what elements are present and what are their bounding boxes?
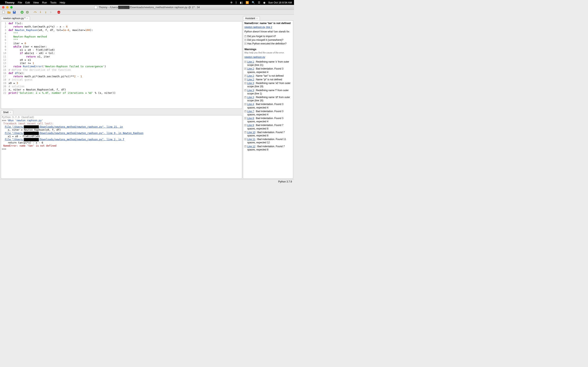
shell-tab[interactable]: Shell ×: [1, 110, 13, 114]
menu-edit[interactable]: Edit: [25, 1, 30, 4]
code-content[interactable]: def f(x): return math.tan(math.pi*x) - x…: [8, 21, 116, 95]
svg-text:STOP: STOP: [57, 12, 60, 13]
menu-view[interactable]: View: [33, 1, 39, 4]
warning-line-link[interactable]: Line 7: [247, 110, 254, 113]
warning-message: : Name "tan" is not defined: [254, 75, 284, 77]
battery-icon[interactable]: ▮▯: [240, 1, 243, 4]
resume-button[interactable]: [49, 10, 53, 14]
menu-help[interactable]: Help: [60, 1, 65, 4]
warning-message: : Redefining name 'x0' from outer scope …: [247, 82, 291, 88]
save-file-button[interactable]: [12, 10, 16, 14]
wifi-icon[interactable]: 🛜: [246, 1, 249, 4]
expand-icon[interactable]: +: [244, 35, 246, 37]
statusbar: Python 3.7.9: [0, 179, 294, 184]
hint-text: Did you forget to import it?: [247, 35, 276, 38]
debug-button[interactable]: [25, 10, 29, 14]
warning-line-link[interactable]: Line 2: [247, 75, 254, 77]
macos-menubar: Thonny File Edit View Run Tools Help ✲ ᛒ…: [0, 0, 294, 5]
expand-icon[interactable]: +: [244, 82, 246, 84]
line-number-gutter: 12345678910111213141516171819202122: [1, 21, 8, 95]
new-file-button[interactable]: [2, 10, 6, 14]
shell-tab-label: Shell: [3, 111, 9, 114]
expand-icon[interactable]: +: [244, 110, 246, 112]
warning-line-link[interactable]: Line 3: [247, 96, 254, 99]
minimize-window-button[interactable]: [6, 6, 9, 8]
expand-icon[interactable]: +: [244, 131, 246, 133]
error-source-link[interactable]: newton raphson.py, line 2: [244, 26, 272, 29]
expand-icon[interactable]: +: [244, 96, 246, 98]
warnings-heading: Warnings: [244, 48, 292, 51]
warning-line-link[interactable]: Line 12: [247, 145, 255, 148]
document-icon: [94, 6, 97, 9]
gear-icon[interactable]: ✲: [230, 1, 233, 4]
close-tab-icon[interactable]: ×: [26, 17, 28, 20]
siri-icon[interactable]: ◉: [263, 1, 265, 4]
warning-line-link[interactable]: Line 3: [247, 89, 254, 92]
window-title: Thonny - /Users/██████/Downloads/newtons…: [0, 6, 294, 9]
expand-icon[interactable]: +: [244, 145, 246, 147]
close-assistant-icon[interactable]: ×: [256, 17, 258, 20]
menubar-clock[interactable]: Sun Oct 16 8:54 AM: [268, 1, 292, 4]
expand-icon[interactable]: +: [244, 61, 246, 63]
control-center-icon[interactable]: ☰: [258, 1, 260, 4]
run-button[interactable]: [20, 10, 24, 14]
expand-icon[interactable]: +: [244, 39, 246, 41]
menu-tools[interactable]: Tools: [50, 1, 56, 4]
warning-line-link[interactable]: Line 4: [247, 103, 254, 106]
svg-rect-2: [14, 11, 15, 12]
window-title-text: Thonny - /Users/██████/Downloads/newtons…: [99, 6, 200, 9]
close-window-button[interactable]: [2, 6, 4, 8]
zoom-window-button[interactable]: [10, 6, 13, 8]
shell-tabrow: Shell ×: [1, 109, 242, 114]
menu-file[interactable]: File: [18, 1, 22, 4]
python-version[interactable]: Python 3.7.9: [278, 180, 292, 183]
expand-icon[interactable]: +: [244, 75, 246, 77]
assistant-tabrow: Assistant ×: [243, 16, 293, 20]
expand-icon[interactable]: +: [244, 138, 246, 140]
editor-tabrow: newton raphson.py * ×: [1, 16, 242, 20]
warning-line-link[interactable]: Line 10: [247, 131, 255, 134]
error-title: NameError: name 'tan' is not defined: [244, 21, 292, 25]
step-over-button[interactable]: [33, 10, 37, 14]
shell-pane[interactable]: Python 3.7.9 (bundled)>>> %Run 'newton r…: [1, 115, 242, 179]
expand-icon[interactable]: +: [244, 117, 246, 119]
warning-file-link[interactable]: newton raphson.py: [244, 56, 265, 58]
expand-icon[interactable]: +: [244, 78, 246, 81]
hint-text: Has Python executed the definition?: [247, 42, 286, 45]
stop-button[interactable]: STOP: [57, 10, 61, 14]
editor-tab-label: newton raphson.py *: [3, 17, 25, 20]
warnings-subtitle: May help you find the cause of the error…: [244, 51, 292, 54]
step-into-button[interactable]: [38, 10, 43, 14]
assistant-tab[interactable]: Assistant ×: [243, 16, 260, 20]
assistant-tab-label: Assistant: [245, 17, 255, 20]
close-shell-icon[interactable]: ×: [10, 111, 11, 114]
expand-icon[interactable]: +: [244, 43, 246, 45]
window-titlebar: Thonny - /Users/██████/Downloads/newtons…: [0, 5, 294, 10]
warning-line-link[interactable]: Line 2: [247, 67, 254, 70]
expand-icon[interactable]: +: [244, 89, 246, 91]
step-out-button[interactable]: [44, 10, 48, 14]
warning-line-link[interactable]: Line 1: [247, 60, 254, 63]
expand-icon[interactable]: +: [244, 124, 246, 126]
editor-tab[interactable]: newton raphson.py * ×: [1, 16, 30, 20]
bluetooth-icon[interactable]: ᛒ: [235, 1, 237, 4]
warning-message: : Name "pi" is not defined: [254, 78, 282, 81]
expand-icon[interactable]: +: [244, 68, 246, 70]
expand-icon[interactable]: +: [244, 103, 246, 105]
open-file-button[interactable]: [7, 10, 11, 14]
app-name[interactable]: Thonny: [5, 1, 15, 4]
svg-rect-0: [3, 11, 4, 13]
warning-line-link[interactable]: Line 9: [247, 124, 254, 127]
warning-line-link[interactable]: Line 3: [247, 82, 254, 85]
toolbar: STOP: [0, 10, 294, 15]
warning-line-link[interactable]: Line 11: [247, 138, 255, 141]
warning-line-link[interactable]: Line 8: [247, 117, 254, 120]
assistant-pane[interactable]: NameError: name 'tan' is not definednewt…: [243, 20, 293, 179]
warning-line-link[interactable]: Line 2: [247, 78, 254, 81]
menu-run[interactable]: Run: [42, 1, 47, 4]
code-editor[interactable]: 12345678910111213141516171819202122 def …: [1, 21, 242, 109]
hint-text: Did you misspell it (somewhere)?: [247, 38, 283, 42]
spotlight-icon[interactable]: 🔍: [252, 1, 255, 4]
